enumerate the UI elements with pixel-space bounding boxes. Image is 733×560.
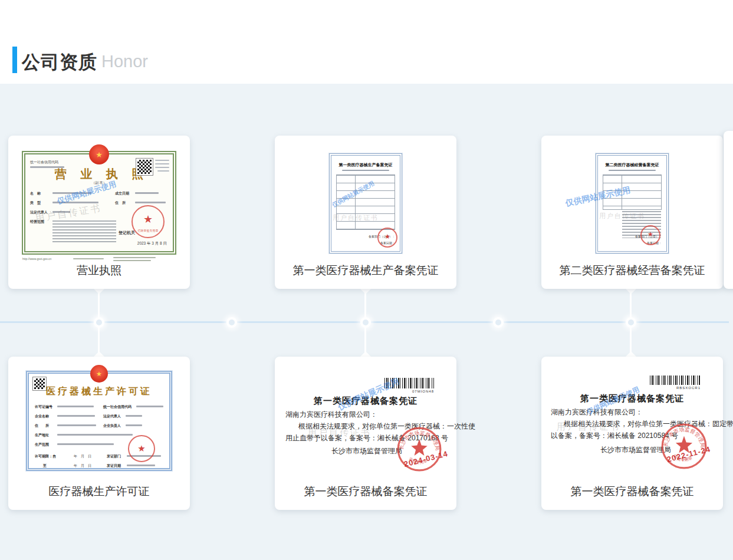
qr-code [136, 159, 153, 175]
text-line-placeholder [73, 258, 104, 259]
certificate-card-class1-production-record[interactable]: 第一类医疗器械生产备案凭证 备案部门（公章）： 备案日期： ★ 仅供网站展示使用… [275, 136, 456, 289]
watermark-display-only: 仅供网站展示使用 [336, 376, 401, 413]
watermark-user-upload: 用户自传证书 [557, 421, 620, 433]
cert-footer-url: http://www.gsxt.gov.cn [22, 257, 51, 261]
text-line-placeholder [126, 424, 142, 426]
issue-date: 2023 年 3 月 8 日 [137, 241, 167, 246]
star-icon: ★ [137, 443, 145, 454]
card-caption: 第一类医疗器械生产备案凭证 [275, 263, 456, 278]
star-icon: ★ [143, 213, 153, 226]
text-line-placeholder [57, 424, 96, 426]
connector-arrow-up [360, 351, 371, 357]
certificate-card-class1-record-2[interactable]: RBSXOCR1 第一类医疗器械备案凭证 湖南力宾医疗科技有限公司： 根据相关法… [541, 357, 723, 510]
field-name-label: 名 称 [30, 191, 41, 196]
card-caption: 医疗器械生产许可证 [8, 484, 190, 499]
connector-arrow-up [94, 351, 104, 357]
certificates-section: ★ 营 业 执 照 （副 本） 统一社会信用代码 名 称 类 型 法定代表人 经… [0, 84, 733, 560]
address-label: 住 所 [35, 423, 49, 429]
national-emblem-icon: ★ [90, 365, 108, 383]
red-stamp: ★ 行政审批专用章 [132, 205, 165, 238]
license-no-label: 许可证编号 [35, 404, 52, 410]
barcode [650, 375, 701, 385]
honor-page: 公司资质 Honor ★ 营 业 执 照 （副 本） 统一社会信用代码 [0, 0, 733, 560]
text-line-placeholder [135, 202, 166, 203]
text-block-placeholder [52, 220, 116, 243]
red-stamp: ★ [128, 435, 155, 462]
text-line-placeholder [57, 406, 94, 407]
cert-authority: 长沙市市场监督管理局 [331, 446, 402, 456]
cert-company: 湖南力宾医疗科技有限公司： [285, 410, 377, 420]
watermark-user-upload: 用户自传证书 [308, 427, 372, 439]
validity-from-label: 许可期限：自 [35, 454, 56, 459]
license-image: ★ 医疗器械生产许可证 许可证编号 统一社会信用代码 企业名称 法定代表人 住 … [26, 371, 172, 471]
connector-arrow-up [626, 351, 636, 357]
star-icon: ★ [384, 232, 390, 240]
validity-to-label: 至 [43, 463, 47, 469]
stamp-caption: 行政审批专用章 [133, 229, 163, 232]
legal-label: 法定代表人 [103, 414, 121, 419]
card-caption: 营业执照 [8, 263, 190, 278]
certificate-image: 第二类医疗器械经营备案凭证 备案部门（公章）： 备案日期： ★ 用户自传证书 [596, 153, 669, 253]
text-line-placeholder [30, 166, 64, 168]
accent-bar [12, 47, 17, 73]
text-line-placeholder [342, 170, 389, 171]
credit-code-label: 统一社会信用代码 [30, 160, 58, 165]
text-line-placeholder [136, 406, 163, 407]
timeline-dot [226, 317, 237, 328]
certificate-card-production-license[interactable]: ★ 医疗器械生产许可证 许可证编号 统一社会信用代码 企业名称 法定代表人 住 … [8, 357, 190, 510]
field-established-label: 成立日期 [115, 191, 129, 196]
barcode-code: 07MION48 [412, 390, 434, 393]
national-emblem-icon: ★ [89, 144, 109, 164]
ymd-label: 年 月 日 [74, 463, 91, 469]
cert-title: 第一类医疗器械生产备案凭证 [331, 162, 400, 168]
issuer-label: 发证部门 [107, 454, 121, 459]
scope-label: 生产范围 [35, 442, 49, 447]
text-line-placeholder [609, 170, 656, 171]
text-line-placeholder [57, 443, 114, 445]
watermark-user-upload: 用户自传证书 [599, 212, 645, 220]
barcode-code: RBSXOCR1 [676, 386, 701, 390]
timeline-dot [360, 317, 371, 328]
cert-title: 第二类医疗器械经营备案凭证 [598, 162, 666, 168]
text-line-placeholder [127, 465, 155, 466]
section-header: 公司资质 Honor [0, 0, 733, 84]
certificate-card-class2-operation-record[interactable]: 第二类医疗器械经营备案凭证 备案部门（公章）： 备案日期： ★ 用户自传证书 仅… [541, 136, 723, 289]
text-line-placeholder [113, 257, 156, 258]
text-line-placeholder [155, 167, 169, 168]
card-caption: 第一类医疗器械备案凭证 [275, 484, 456, 499]
company-label: 企业名称 [35, 414, 49, 419]
text-line-placeholder [57, 434, 133, 436]
issue-date-label: 发证日期 [107, 463, 121, 469]
page-title: 公司资质 [22, 50, 97, 75]
credit-code-label: 统一社会信用代码 [103, 404, 132, 410]
timeline-dot [94, 317, 104, 328]
page-subtitle: Honor [101, 52, 148, 71]
watermark-user-upload: 用户自传证书 [333, 213, 379, 222]
timeline-dot [493, 317, 504, 328]
business-license-image: ★ 营 业 执 照 （副 本） 统一社会信用代码 名 称 类 型 法定代表人 经… [22, 151, 176, 255]
text-line-placeholder [157, 170, 169, 172]
star-icon [411, 439, 427, 456]
text-line-placeholder [135, 192, 159, 194]
text-line-placeholder [113, 260, 151, 261]
text-line-placeholder [57, 415, 95, 417]
prod-address-label: 生产地址 [35, 433, 49, 438]
partial-card[interactable] [724, 131, 733, 289]
cert-title: 医疗器械生产许可证 [29, 386, 169, 398]
card-caption: 第一类医疗器械备案凭证 [541, 484, 723, 499]
certificate-image: 第一类医疗器械生产备案凭证 备案部门（公章）： 备案日期： ★ 仅供网站展示使用… [329, 153, 402, 253]
star-icon: ★ [647, 230, 653, 238]
text-line-placeholder [155, 160, 169, 161]
field-address-label: 住 所 [115, 200, 126, 206]
card-caption: 第二类医疗器械经营备案凭证 [541, 263, 723, 278]
text-line-placeholder [155, 163, 169, 164]
red-stamp: ★ [377, 228, 397, 248]
red-stamp: ★ [640, 225, 660, 245]
field-type-label: 类 型 [30, 200, 41, 206]
timeline-dot [626, 317, 636, 328]
red-stamp: 长沙市市场监督管理局 审批专用章 1-3 [396, 426, 442, 472]
certificate-card-business-license[interactable]: ★ 营 业 执 照 （副 本） 统一社会信用代码 名 称 类 型 法定代表人 经… [8, 136, 190, 289]
certificate-card-class1-record-1[interactable]: 07MION48 第一类医疗器械备案凭证 湖南力宾医疗科技有限公司： 根据相关法… [275, 357, 456, 510]
manager-label: 企业负责人 [103, 423, 121, 429]
ymd-label: 年 月 日 [74, 454, 91, 459]
